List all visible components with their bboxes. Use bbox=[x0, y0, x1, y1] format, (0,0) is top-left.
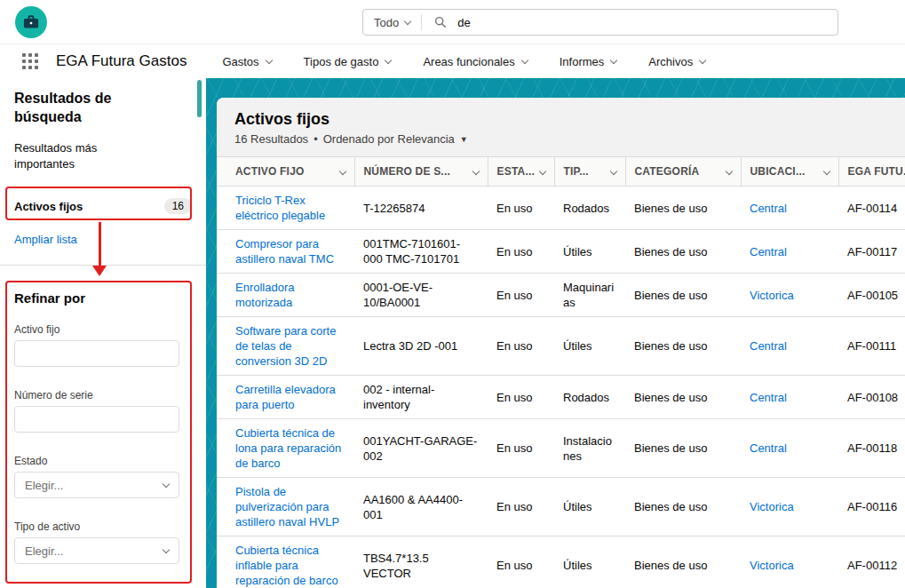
cell-estado: En uso bbox=[488, 274, 554, 317]
cell-categoria: Bienes de uso bbox=[625, 187, 741, 230]
location-link[interactable]: Central bbox=[750, 245, 787, 258]
column-header-ubicacion[interactable]: UBICACI... bbox=[741, 157, 838, 187]
sort-chevron-icon bbox=[725, 168, 732, 175]
filter-activo-fijo-input[interactable] bbox=[14, 340, 179, 367]
filter-estado-select[interactable]: Elegir... bbox=[14, 472, 179, 498]
sidebar-item-activos-fijos[interactable]: Activos fijos 16 bbox=[14, 192, 192, 220]
cell-serial: TBS4.7*13.5 VECTOR bbox=[354, 536, 488, 588]
location-link[interactable]: Victorica bbox=[750, 559, 794, 572]
tab-gastos[interactable]: Gastos bbox=[222, 55, 271, 68]
cell-serial: 001YACHT-GARAGE-002 bbox=[354, 419, 488, 478]
results-card: Activos fijos 16 Resultados • Ordenado p… bbox=[217, 98, 905, 588]
cell-serial: Lectra 3D 2D -001 bbox=[354, 317, 488, 376]
table-row: Cubierta técnica de lona para reparación… bbox=[217, 419, 905, 478]
location-link[interactable]: Victorica bbox=[750, 500, 794, 513]
table-header-row: ACTIVO FIJO NÚMERO DE S... ESTA... TIP..… bbox=[217, 157, 905, 187]
tab-archivos[interactable]: Archivos bbox=[648, 55, 705, 68]
filter-field: Tipo de activo Elegir... bbox=[14, 520, 192, 564]
table-row: Compresor para astillero naval TMC 001TM… bbox=[217, 230, 905, 274]
app-launcher-icon[interactable] bbox=[22, 53, 38, 69]
sidebar-title: Resultados de búsqueda bbox=[14, 78, 139, 126]
filter-field: Estado Elegir... bbox=[14, 455, 192, 498]
asset-link[interactable]: Cubierta técnica de lona para reparación… bbox=[235, 426, 341, 470]
tab-areas-funcionales[interactable]: Areas funcionales bbox=[423, 55, 527, 68]
filter-tipo-de-activo-select[interactable]: Elegir... bbox=[14, 537, 179, 564]
sort-chevron-icon bbox=[338, 168, 345, 175]
cell-estado: En uso bbox=[488, 419, 554, 478]
filter-numero-de-serie-input[interactable] bbox=[14, 406, 179, 433]
chevron-down-icon bbox=[699, 56, 706, 63]
chevron-down-icon bbox=[163, 545, 170, 552]
sidebar-scrollbar[interactable] bbox=[197, 80, 202, 117]
cell-codigo: AF-00116 bbox=[838, 478, 905, 536]
filter-label: Número de serie bbox=[14, 389, 192, 401]
search-icon bbox=[434, 16, 447, 28]
tab-informes[interactable]: Informes bbox=[560, 55, 617, 68]
location-link[interactable]: Victorica bbox=[750, 289, 794, 302]
refine-title: Refinar por bbox=[14, 290, 192, 306]
table-row: Cubierta técnica inflable para reparació… bbox=[217, 536, 905, 588]
asset-link[interactable]: Compresor para astillero naval TMC bbox=[235, 237, 334, 266]
cell-categoria: Bienes de uso bbox=[625, 274, 741, 317]
asset-link[interactable]: Pistola de pulverización para astillero … bbox=[235, 485, 339, 528]
sidebar-item-top-results[interactable]: Resultados más importantes bbox=[14, 140, 130, 172]
column-header-numero-de-serie[interactable]: NÚMERO DE S... bbox=[354, 157, 488, 187]
chevron-down-icon bbox=[610, 56, 617, 63]
divider bbox=[421, 14, 422, 30]
chevron-down-icon bbox=[163, 480, 170, 487]
location-link[interactable]: Central bbox=[750, 441, 787, 455]
tab-tipos-de-gasto[interactable]: Tipos de gasto bbox=[304, 55, 392, 68]
column-header-estado[interactable]: ESTA... bbox=[488, 157, 554, 187]
column-header-ega-futura[interactable]: EGA FUTU... bbox=[838, 157, 905, 187]
column-header-categoria[interactable]: CATEGORÍA bbox=[625, 157, 741, 187]
refine-section: Refinar por Activo fijo Número de serie … bbox=[14, 266, 192, 564]
asset-link[interactable]: Software para corte de telas de conversi… bbox=[235, 324, 336, 368]
cell-categoria: Bienes de uso bbox=[625, 478, 741, 536]
cell-tipo: Útiles bbox=[554, 230, 625, 274]
location-link[interactable]: Central bbox=[750, 202, 787, 215]
cell-categoria: Bienes de uso bbox=[625, 536, 741, 588]
asset-link[interactable]: Enrolladora motorizada bbox=[235, 281, 295, 309]
location-link[interactable]: Central bbox=[750, 339, 787, 353]
cell-codigo: AF-00117 bbox=[838, 230, 905, 274]
cell-estado: En uso bbox=[488, 478, 554, 536]
cell-estado: En uso bbox=[488, 536, 554, 588]
asset-link[interactable]: Triciclo T-Rex eléctrico plegable bbox=[235, 194, 325, 222]
search-scope-label: Todo bbox=[374, 16, 399, 29]
column-header-activo-fijo[interactable]: ACTIVO FIJO bbox=[217, 157, 354, 187]
cell-codigo: AF-00112 bbox=[838, 536, 905, 588]
app-logo bbox=[15, 6, 47, 38]
cell-codigo: AF-00108 bbox=[838, 376, 905, 419]
global-search[interactable]: Todo bbox=[362, 9, 838, 36]
cell-estado: En uso bbox=[488, 317, 554, 376]
filter-label: Estado bbox=[14, 455, 192, 467]
cell-serial: T-12265874 bbox=[354, 187, 488, 230]
search-results-sidebar: Resultados de búsqueda Resultados más im… bbox=[0, 78, 206, 588]
cell-tipo: Útiles bbox=[554, 317, 625, 376]
cell-tipo: Rodados bbox=[554, 187, 625, 230]
cell-serial: 0001-OE-VE-10/BA0001 bbox=[354, 274, 488, 317]
cell-serial: AA1600 & AA4400-001 bbox=[354, 478, 488, 536]
page-title: Activos fijos bbox=[234, 108, 905, 130]
cell-tipo: Rodados bbox=[554, 376, 625, 419]
sort-direction-icon[interactable]: ▼ bbox=[460, 135, 468, 144]
asset-link[interactable]: Carretilla elevadora para puerto bbox=[235, 383, 336, 411]
results-table: ACTIVO FIJO NÚMERO DE S... ESTA... TIP..… bbox=[217, 157, 905, 588]
asset-link[interactable]: Cubierta técnica inflable para reparació… bbox=[235, 544, 338, 587]
chevron-down-icon bbox=[265, 56, 272, 63]
cell-tipo: Útiles bbox=[554, 478, 625, 536]
expand-list-link[interactable]: Ampliar lista bbox=[14, 233, 192, 249]
results-count: 16 Resultados bbox=[234, 132, 308, 146]
location-link[interactable]: Central bbox=[750, 391, 787, 404]
cell-codigo: AF-00114 bbox=[838, 187, 905, 230]
column-header-tipo[interactable]: TIP... bbox=[554, 157, 625, 187]
main-region: Activos fijos 16 Resultados • Ordenado p… bbox=[206, 78, 905, 588]
search-scope-dropdown[interactable]: Todo bbox=[363, 10, 421, 35]
result-count-badge: 16 bbox=[164, 198, 192, 214]
cell-tipo: Útiles bbox=[554, 536, 625, 588]
cell-categoria: Bienes de uso bbox=[625, 419, 741, 478]
filter-label: Tipo de activo bbox=[14, 520, 192, 533]
sort-chevron-icon bbox=[822, 168, 830, 175]
search-input[interactable] bbox=[450, 16, 838, 29]
sort-control[interactable]: Ordenado por Relevancia bbox=[323, 132, 455, 146]
